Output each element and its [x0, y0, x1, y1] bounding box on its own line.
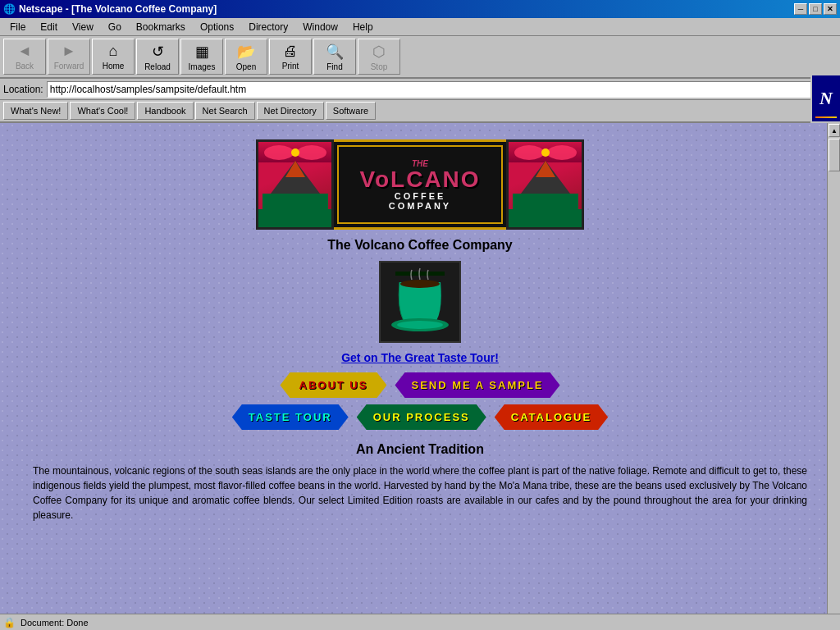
- svg-marker-5: [285, 161, 305, 177]
- print-icon: 🖨: [283, 43, 298, 60]
- images-icon: ▦: [195, 43, 209, 61]
- catalogue-button[interactable]: CATALOGUE: [495, 404, 608, 430]
- svg-rect-3: [262, 194, 328, 210]
- find-label: Find: [326, 62, 342, 71]
- images-button[interactable]: ▦ Images: [180, 39, 223, 75]
- svg-rect-12: [395, 272, 445, 276]
- about-us-button[interactable]: ABOUT US: [280, 372, 386, 398]
- menu-view[interactable]: View: [66, 20, 100, 34]
- net-search-button[interactable]: Net Search: [195, 102, 255, 120]
- svg-marker-11: [536, 161, 555, 177]
- logo-center-panel: THE VoLCANO COFFEE COMPANY: [334, 139, 506, 230]
- reload-icon: ↺: [152, 43, 164, 61]
- open-button[interactable]: 📂 Open: [225, 39, 267, 75]
- whats-new-button[interactable]: What's New!: [3, 102, 68, 120]
- menu-file[interactable]: File: [3, 20, 32, 34]
- location-input[interactable]: [47, 81, 815, 98]
- back-icon: ◄: [17, 43, 32, 60]
- logo-volcano-text: VoLCANO: [359, 168, 480, 191]
- page-heading: The Volcano Coffee Company: [16, 238, 824, 253]
- software-button[interactable]: Software: [326, 102, 376, 120]
- menu-edit[interactable]: Edit: [34, 20, 64, 34]
- window-title: Netscape - [The Volcano Coffee Company]: [19, 3, 217, 15]
- whats-cool-button[interactable]: What's Cool!: [70, 102, 135, 120]
- reload-button[interactable]: ↺ Reload: [136, 39, 179, 75]
- open-label: Open: [236, 62, 256, 71]
- logo-company-text: COMPANY: [359, 201, 480, 211]
- close-button[interactable]: ✕: [824, 3, 837, 15]
- net-directory-button[interactable]: Net Directory: [257, 102, 324, 120]
- svg-point-8: [541, 148, 550, 157]
- menu-options[interactable]: Options: [194, 20, 240, 34]
- toolbar: ◄ Back ► Forward ⌂ Home ↺ Reload ▦ Image…: [0, 36, 840, 79]
- forward-button[interactable]: ► Forward: [48, 39, 90, 75]
- handbook-button[interactable]: Handbook: [137, 102, 193, 120]
- logo-right-panel: [506, 139, 584, 230]
- find-icon: 🔍: [326, 43, 344, 61]
- home-icon: ⌂: [109, 43, 118, 60]
- nav-buttons-row-1: ABOUT US SEND ME A SAMPLE: [16, 372, 824, 398]
- open-icon: 📂: [237, 43, 255, 61]
- menu-help[interactable]: Help: [346, 20, 380, 34]
- menu-go[interactable]: Go: [102, 20, 128, 34]
- coffee-cup-svg: [387, 267, 453, 337]
- coffee-cup-image: [379, 261, 461, 343]
- title-bar-left: 🌐 Netscape - [The Volcano Coffee Company…: [3, 3, 217, 15]
- menu-window[interactable]: Window: [296, 20, 345, 34]
- status-bar: 🔒 Document: Done: [0, 614, 840, 630]
- scroll-thumb[interactable]: [829, 139, 840, 171]
- menu-directory[interactable]: Directory: [242, 20, 294, 34]
- taste-tour-link[interactable]: Get on The Great Taste Tour!: [16, 351, 824, 364]
- home-button[interactable]: ⌂ Home: [92, 39, 135, 75]
- svg-point-14: [397, 321, 443, 329]
- forward-icon: ►: [62, 43, 76, 60]
- minimize-button[interactable]: ─: [794, 3, 807, 15]
- scrollbar[interactable]: ▲ ▼: [827, 123, 840, 630]
- logo-left-panel: [256, 139, 334, 230]
- logo-banner: THE VoLCANO COFFEE COMPANY: [16, 139, 824, 230]
- content-inner: THE VoLCANO COFFEE COMPANY: [0, 123, 840, 554]
- title-bar: 🌐 Netscape - [The Volcano Coffee Company…: [0, 0, 840, 18]
- back-label: Back: [16, 62, 34, 71]
- stop-icon: ⬡: [372, 43, 386, 61]
- tradition-text: The mountainous, volcanic regions of the…: [16, 463, 824, 523]
- forward-label: Forward: [54, 62, 84, 71]
- left-volcano: [262, 157, 328, 210]
- right-volcano: [513, 157, 578, 210]
- logo-coffee-text: COFFEE: [359, 191, 480, 201]
- nav-buttons-row-2: TASTE TOUR OUR PROCESS CATALOGUE: [16, 404, 824, 430]
- images-label: Images: [189, 62, 216, 71]
- nav-bar: What's New! What's Cool! Handbook Net Se…: [0, 100, 840, 123]
- home-label: Home: [103, 62, 125, 71]
- title-bar-controls: ─ □ ✕: [794, 3, 837, 15]
- menu-bookmarks[interactable]: Bookmarks: [130, 20, 192, 34]
- location-label: Location:: [3, 84, 43, 95]
- menu-bar: File Edit View Go Bookmarks Options Dire…: [0, 18, 840, 36]
- stop-label: Stop: [371, 62, 388, 71]
- scroll-up-button[interactable]: ▲: [829, 124, 840, 137]
- status-text: Document: Done: [21, 618, 89, 628]
- print-button[interactable]: 🖨 Print: [269, 39, 312, 75]
- location-bar: Location: ▼: [0, 79, 840, 100]
- reload-label: Reload: [144, 62, 171, 71]
- maximize-button[interactable]: □: [809, 3, 822, 15]
- netscape-logo: N: [810, 75, 840, 123]
- svg-rect-9: [513, 194, 578, 210]
- taste-tour-nav-button[interactable]: TASTE TOUR: [232, 404, 349, 430]
- svg-point-2: [291, 148, 299, 157]
- tradition-heading: An Ancient Tradition: [16, 442, 824, 457]
- print-label: Print: [282, 62, 299, 71]
- app-icon: 🌐: [3, 3, 16, 15]
- svg-point-15: [400, 280, 440, 288]
- content-area[interactable]: THE VoLCANO COFFEE COMPANY: [0, 123, 840, 630]
- find-button[interactable]: 🔍 Find: [313, 39, 356, 75]
- scroll-track: [828, 138, 840, 617]
- back-button[interactable]: ◄ Back: [3, 39, 46, 75]
- stop-button[interactable]: ⬡ Stop: [358, 39, 400, 75]
- security-icon: 🔒: [3, 617, 16, 628]
- our-process-button[interactable]: OUR PROCESS: [357, 404, 486, 430]
- send-sample-button[interactable]: SEND ME A SAMPLE: [395, 372, 559, 398]
